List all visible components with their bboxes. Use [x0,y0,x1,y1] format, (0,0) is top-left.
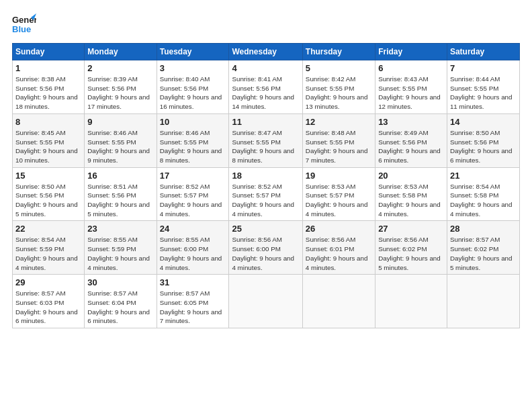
day-number: 15 [15,171,81,181]
day-number: 2 [87,63,153,73]
generalblue-logo-icon: General Blue [12,12,36,36]
day-info: Sunrise: 8:48 AMSunset: 5:55 PMDaylight:… [306,128,372,165]
calendar-header-thursday: Thursday [302,44,375,60]
day-info: Sunrise: 8:45 AMSunset: 5:55 PMDaylight:… [15,128,81,165]
day-number: 4 [232,63,299,73]
day-number: 10 [160,117,226,127]
day-number: 22 [15,224,81,234]
calendar-cell: 8Sunrise: 8:45 AMSunset: 5:55 PMDaylight… [13,113,85,167]
calendar-cell: 18Sunrise: 8:52 AMSunset: 5:57 PMDayligh… [229,167,302,221]
day-info: Sunrise: 8:57 AMSunset: 6:04 PMDaylight:… [87,289,153,326]
day-info: Sunrise: 8:39 AMSunset: 5:56 PMDaylight:… [87,75,153,111]
calendar-cell: 26Sunrise: 8:56 AMSunset: 6:01 PMDayligh… [302,221,375,275]
day-number: 29 [15,277,81,287]
calendar-header-tuesday: Tuesday [157,44,229,60]
calendar-cell: 2Sunrise: 8:39 AMSunset: 5:56 PMDaylight… [85,60,157,114]
calendar-cell: 14Sunrise: 8:50 AMSunset: 5:56 PMDayligh… [447,113,519,167]
calendar-cell: 5Sunrise: 8:42 AMSunset: 5:55 PMDaylight… [302,60,375,114]
calendar-week-row: 15Sunrise: 8:50 AMSunset: 5:56 PMDayligh… [13,167,520,221]
calendar-table: SundayMondayTuesdayWednesdayThursdayFrid… [12,43,520,328]
calendar-cell: 13Sunrise: 8:49 AMSunset: 5:56 PMDayligh… [375,113,447,167]
calendar-cell: 12Sunrise: 8:48 AMSunset: 5:55 PMDayligh… [302,113,375,167]
calendar-cell: 24Sunrise: 8:55 AMSunset: 6:00 PMDayligh… [157,221,229,275]
logo: General Blue [12,12,36,36]
day-number: 14 [450,117,517,127]
calendar-header-saturday: Saturday [447,44,519,60]
calendar-header-wednesday: Wednesday [229,44,302,60]
day-number: 23 [87,224,153,234]
day-info: Sunrise: 8:55 AMSunset: 5:59 PMDaylight:… [87,235,153,272]
calendar-cell [302,275,375,328]
day-number: 9 [87,117,153,127]
day-number: 16 [87,171,153,181]
calendar-cell: 4Sunrise: 8:41 AMSunset: 5:56 PMDaylight… [229,60,302,114]
calendar-week-row: 29Sunrise: 8:57 AMSunset: 6:03 PMDayligh… [13,275,520,328]
calendar-cell: 27Sunrise: 8:56 AMSunset: 6:02 PMDayligh… [375,221,447,275]
calendar-header-sunday: Sunday [13,44,85,60]
calendar-cell: 17Sunrise: 8:52 AMSunset: 5:57 PMDayligh… [157,167,229,221]
day-number: 1 [15,63,81,73]
day-info: Sunrise: 8:46 AMSunset: 5:55 PMDaylight:… [87,128,153,165]
day-info: Sunrise: 8:40 AMSunset: 5:56 PMDaylight:… [160,75,226,111]
day-info: Sunrise: 8:55 AMSunset: 6:00 PMDaylight:… [160,235,226,272]
day-info: Sunrise: 8:54 AMSunset: 5:58 PMDaylight:… [450,182,517,219]
day-number: 3 [160,63,226,73]
calendar-cell: 29Sunrise: 8:57 AMSunset: 6:03 PMDayligh… [13,275,85,328]
day-info: Sunrise: 8:56 AMSunset: 6:02 PMDaylight:… [378,235,444,272]
day-number: 12 [306,117,372,127]
svg-text:Blue: Blue [12,24,31,34]
day-info: Sunrise: 8:44 AMSunset: 5:55 PMDaylight:… [450,75,517,111]
day-info: Sunrise: 8:52 AMSunset: 5:57 PMDaylight:… [232,182,299,219]
calendar-week-row: 1Sunrise: 8:38 AMSunset: 5:56 PMDaylight… [13,60,520,114]
day-info: Sunrise: 8:50 AMSunset: 5:56 PMDaylight:… [450,128,517,165]
day-info: Sunrise: 8:57 AMSunset: 6:02 PMDaylight:… [450,235,517,272]
calendar-cell: 25Sunrise: 8:56 AMSunset: 6:00 PMDayligh… [229,221,302,275]
calendar-cell: 16Sunrise: 8:51 AMSunset: 5:56 PMDayligh… [85,167,157,221]
calendar-cell [375,275,447,328]
day-number: 21 [450,171,517,181]
day-number: 6 [378,63,444,73]
calendar-cell: 20Sunrise: 8:53 AMSunset: 5:58 PMDayligh… [375,167,447,221]
day-number: 26 [306,224,372,234]
calendar-week-row: 8Sunrise: 8:45 AMSunset: 5:55 PMDaylight… [13,113,520,167]
day-number: 13 [378,117,444,127]
calendar-cell: 9Sunrise: 8:46 AMSunset: 5:55 PMDaylight… [85,113,157,167]
day-info: Sunrise: 8:57 AMSunset: 6:03 PMDaylight:… [15,289,81,326]
page: General Blue SundayMondayTuesdayWednesda… [0,0,532,411]
day-info: Sunrise: 8:46 AMSunset: 5:55 PMDaylight:… [160,128,226,165]
day-info: Sunrise: 8:51 AMSunset: 5:56 PMDaylight:… [87,182,153,219]
day-number: 8 [15,117,81,127]
day-info: Sunrise: 8:56 AMSunset: 6:01 PMDaylight:… [306,235,372,272]
calendar-cell: 21Sunrise: 8:54 AMSunset: 5:58 PMDayligh… [447,167,519,221]
calendar-cell: 6Sunrise: 8:43 AMSunset: 5:55 PMDaylight… [375,60,447,114]
calendar-cell: 3Sunrise: 8:40 AMSunset: 5:56 PMDaylight… [157,60,229,114]
day-info: Sunrise: 8:54 AMSunset: 5:59 PMDaylight:… [15,235,81,272]
day-info: Sunrise: 8:38 AMSunset: 5:56 PMDaylight:… [15,75,81,111]
calendar-cell: 15Sunrise: 8:50 AMSunset: 5:56 PMDayligh… [13,167,85,221]
calendar-cell: 31Sunrise: 8:57 AMSunset: 6:05 PMDayligh… [157,275,229,328]
day-info: Sunrise: 8:53 AMSunset: 5:57 PMDaylight:… [306,182,372,219]
day-info: Sunrise: 8:56 AMSunset: 6:00 PMDaylight:… [232,235,299,272]
day-info: Sunrise: 8:47 AMSunset: 5:55 PMDaylight:… [232,128,299,165]
calendar-cell [229,275,302,328]
day-info: Sunrise: 8:41 AMSunset: 5:56 PMDaylight:… [232,75,299,111]
calendar-cell: 22Sunrise: 8:54 AMSunset: 5:59 PMDayligh… [13,221,85,275]
day-number: 7 [450,63,517,73]
day-info: Sunrise: 8:53 AMSunset: 5:58 PMDaylight:… [378,182,444,219]
day-number: 18 [232,171,299,181]
calendar-cell: 7Sunrise: 8:44 AMSunset: 5:55 PMDaylight… [447,60,519,114]
day-info: Sunrise: 8:49 AMSunset: 5:56 PMDaylight:… [378,128,444,165]
day-number: 5 [306,63,372,73]
day-number: 17 [160,171,226,181]
day-info: Sunrise: 8:50 AMSunset: 5:56 PMDaylight:… [15,182,81,219]
day-info: Sunrise: 8:42 AMSunset: 5:55 PMDaylight:… [306,75,372,111]
calendar-cell: 28Sunrise: 8:57 AMSunset: 6:02 PMDayligh… [447,221,519,275]
calendar-header-monday: Monday [85,44,157,60]
day-number: 28 [450,224,517,234]
day-number: 20 [378,171,444,181]
day-number: 25 [232,224,299,234]
day-info: Sunrise: 8:57 AMSunset: 6:05 PMDaylight:… [160,289,226,326]
day-number: 30 [87,277,153,287]
day-number: 19 [306,171,372,181]
calendar-cell: 10Sunrise: 8:46 AMSunset: 5:55 PMDayligh… [157,113,229,167]
